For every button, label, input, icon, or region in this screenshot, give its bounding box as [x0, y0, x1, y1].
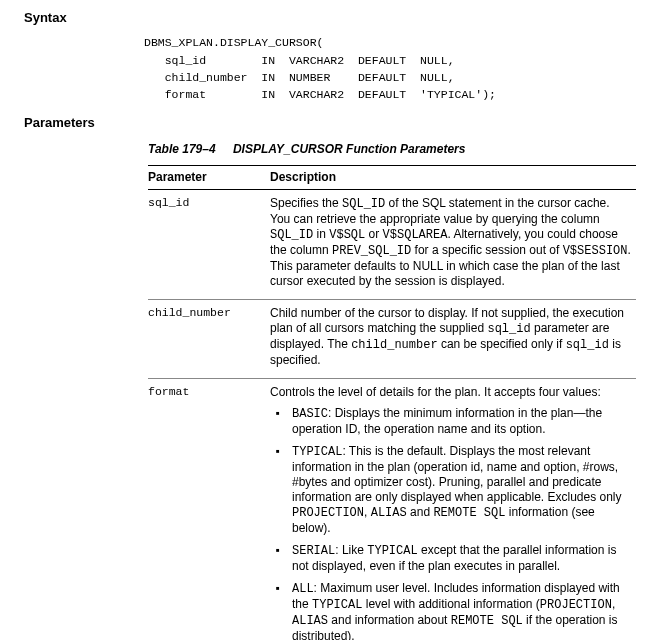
heading-syntax: Syntax: [24, 10, 636, 26]
heading-parameters: Parameters: [24, 115, 636, 131]
param-name-child-number: child_number: [148, 299, 270, 378]
table-row: sql_id Specifies the SQL_ID of the SQL s…: [148, 189, 636, 299]
list-item: SERIAL: Like TYPICAL except that the par…: [292, 543, 632, 574]
table-caption: Table 179–4 DISPLAY_CURSOR Function Para…: [148, 142, 636, 157]
parameters-table: Parameter Description sql_id Specifies t…: [148, 165, 636, 641]
list-item: ALL: Maximum user level. Includes inform…: [292, 581, 632, 641]
table-row: child_number Child number of the cursor …: [148, 299, 636, 378]
param-name-sql-id: sql_id: [148, 189, 270, 299]
column-header-parameter: Parameter: [148, 165, 270, 189]
table-title: DISPLAY_CURSOR Function Parameters: [233, 142, 466, 156]
format-values-list: BASIC: Displays the minimum information …: [270, 406, 632, 641]
table-number: Table 179–4: [148, 142, 216, 156]
column-header-description: Description: [270, 165, 636, 189]
param-name-format: format: [148, 378, 270, 640]
param-desc-sql-id: Specifies the SQL_ID of the SQL statemen…: [270, 189, 636, 299]
param-desc-format: Controls the level of details for the pl…: [270, 378, 636, 640]
list-item: TYPICAL: This is the default. Displays t…: [292, 444, 632, 536]
syntax-code-block: DBMS_XPLAN.DISPLAY_CURSOR( sql_id IN VAR…: [144, 34, 636, 103]
param-desc-child-number: Child number of the cursor to display. I…: [270, 299, 636, 378]
list-item: BASIC: Displays the minimum information …: [292, 406, 632, 437]
table-row: format Controls the level of details for…: [148, 378, 636, 640]
